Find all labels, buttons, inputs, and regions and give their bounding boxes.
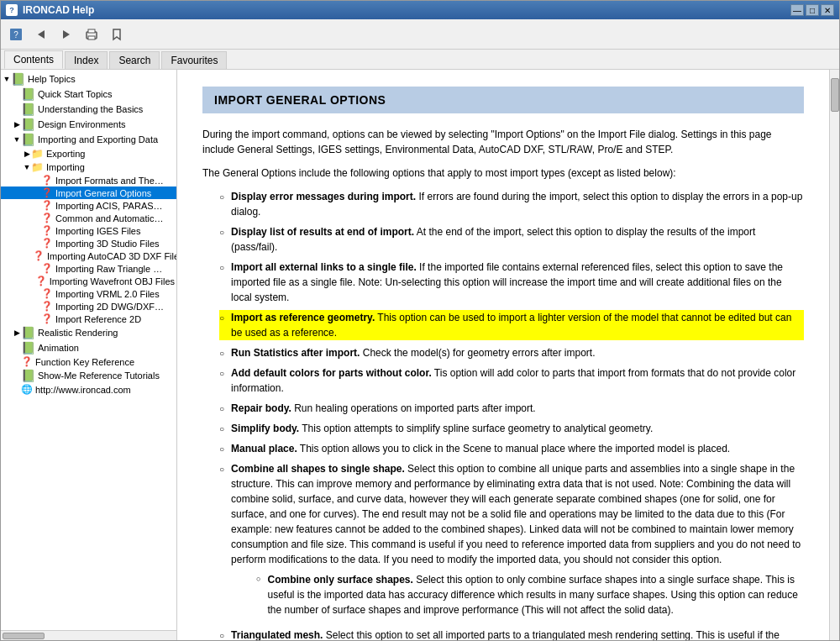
titlebar-controls: — □ ✕: [790, 4, 834, 16]
minimize-button[interactable]: —: [790, 4, 804, 16]
sidebar-item-importing-acis[interactable]: ❓ Importing ACIS, PARASOLID, STE...: [1, 199, 176, 212]
options-list: ○ Display error messages during import. …: [219, 189, 804, 640]
svg-rect-6: [88, 36, 95, 39]
page-icon: ❓: [41, 288, 53, 299]
sidebar-item-importing-3d-studio[interactable]: ❓ Importing 3D Studio Files: [1, 237, 176, 250]
maximize-button[interactable]: □: [806, 4, 819, 16]
sidebar-item-common-automatic[interactable]: ❓ Common and Automatic Import Opti...: [1, 212, 176, 224]
app-icon: ?: [6, 4, 18, 16]
sidebar-item-animation[interactable]: 📗 Animation: [1, 340, 176, 355]
home-icon: ?: [9, 28, 23, 41]
sidebar-item-exporting[interactable]: ▶ 📁 Exporting: [1, 147, 176, 160]
sidebar-item-show-me[interactable]: 📗 Show-Me Reference Tutorials: [1, 368, 176, 383]
term: Import as reference geometry.: [231, 312, 375, 323]
sidebar-item-importing-exporting[interactable]: ▼ 📗 Importing and Exporting Data: [1, 132, 176, 147]
sidebar-item-importing-wavefront[interactable]: ❓ Importing Wavefront OBJ Files: [1, 275, 176, 287]
tabbar: Contents Index Search Favourites: [1, 50, 839, 70]
page-icon: ❓: [41, 213, 53, 223]
term: Triangulated mesh.: [231, 629, 323, 640]
bookmark-icon: [110, 28, 123, 41]
svg-text:?: ?: [13, 30, 18, 39]
sidebar-item-importing-2d-dwg[interactable]: ❓ Importing 2D DWG/DXF/EB Files ...: [1, 300, 176, 313]
home-button[interactable]: ?: [4, 24, 28, 45]
sidebar-item-function-key[interactable]: ❓ Function Key Reference: [1, 355, 176, 368]
svg-marker-3: [63, 30, 70, 39]
tab-contents[interactable]: Contents: [4, 50, 63, 69]
bullet-icon: ○: [256, 574, 260, 586]
bullet-icon: ○: [219, 423, 224, 435]
term: Combine only surface shapes.: [267, 574, 412, 586]
sidebar: ▼ 📗 Help Topics 📗 Quick Start Topics 📗 U…: [1, 70, 177, 640]
page-icon: ❓: [41, 238, 53, 249]
book-icon: 📗: [21, 133, 35, 146]
page-title-bar: IMPORT GENERAL OPTIONS: [202, 87, 804, 113]
page-icon: ❓: [41, 301, 53, 312]
scrollbar-thumb-vertical[interactable]: [831, 78, 839, 112]
list-item-reference-geometry: ○ Import as reference geometry. This opt…: [219, 310, 804, 340]
expand-icon: ▼: [13, 135, 21, 144]
sidebar-item-importing-autocad[interactable]: ❓ Importing AutoCAD 3D DXF Files: [1, 250, 176, 262]
list-item-combine-shapes: ○ Combine all shapes to single shape. Se…: [219, 461, 804, 623]
print-button[interactable]: [80, 24, 103, 45]
sidebar-item-importing[interactable]: ▼ 📁 Importing: [1, 160, 176, 174]
bullet-icon: ○: [219, 191, 224, 203]
sidebar-item-understanding-basics[interactable]: 📗 Understanding the Basics: [1, 102, 176, 117]
sidebar-item-help-topics[interactable]: ▼ 📗 Help Topics: [1, 71, 176, 87]
scrollbar-thumb[interactable]: [3, 633, 45, 639]
book-icon: 📗: [21, 326, 35, 339]
sidebar-scrollbar[interactable]: [1, 630, 176, 640]
bullet-icon: ○: [219, 367, 224, 380]
expand-icon: ▶: [13, 328, 21, 337]
term: Combine all shapes to single shape.: [231, 463, 405, 475]
book-icon: 📗: [11, 72, 25, 86]
expand-icon: ▶: [13, 120, 21, 129]
back-button[interactable]: [29, 24, 53, 45]
bullet-icon: ○: [219, 347, 224, 360]
main-layout: ▼ 📗 Help Topics 📗 Quick Start Topics 📗 U…: [1, 70, 839, 640]
sidebar-item-import-reference-2d[interactable]: ❓ Import Reference 2D: [1, 313, 176, 325]
sidebar-item-realistic-rendering[interactable]: ▶ 📗 Realistic Rendering: [1, 325, 176, 340]
sidebar-item-import-formats[interactable]: ❓ Import Formats and Their Capabiliti...: [1, 174, 176, 187]
folder-icon: 📁: [31, 161, 44, 173]
bookmark-button[interactable]: [105, 24, 129, 45]
forward-button[interactable]: [55, 24, 78, 45]
page-icon: ❓: [41, 200, 53, 211]
content-scrollbar-vertical[interactable]: [829, 70, 839, 640]
page-icon: ❓: [41, 263, 53, 274]
sidebar-item-quick-start[interactable]: 📗 Quick Start Topics: [1, 87, 176, 102]
list-item-simplify-body: ○ Simplify body. This option attempts to…: [219, 421, 804, 436]
sidebar-item-design-environments[interactable]: ▶ 📗 Design Environments: [1, 117, 176, 132]
intro-paragraph-2: The General Options include the followin…: [202, 166, 804, 181]
sidebar-tree[interactable]: ▼ 📗 Help Topics 📗 Quick Start Topics 📗 U…: [1, 70, 176, 630]
sidebar-item-importing-raw[interactable]: ❓ Importing Raw Triangle and Stereo...: [1, 262, 176, 275]
sub-list-item-combine-surface: ○ Combine only surface shapes. Select th…: [256, 572, 804, 617]
page-icon: ❓: [21, 356, 33, 367]
sidebar-item-importing-vrml[interactable]: ❓ Importing VRML 2.0 Files: [1, 287, 176, 300]
bullet-icon: ○: [219, 463, 224, 475]
list-item-display-errors: ○ Display error messages during import. …: [219, 189, 804, 219]
svg-marker-2: [38, 30, 45, 39]
page-icon: ❓: [41, 175, 53, 186]
expand-icon: ▼: [3, 75, 11, 83]
term: Import all external links to a single fi…: [231, 261, 417, 273]
list-item-triangulated-mesh: ○ Triangulated mesh. Select this option …: [219, 628, 804, 640]
expand-icon: ▼: [23, 163, 31, 171]
sidebar-item-website[interactable]: 🌐 http://www.ironcad.com: [1, 383, 176, 396]
sidebar-item-importing-iges[interactable]: ❓ Importing IGES Files: [1, 224, 176, 237]
page-icon: ❓: [41, 313, 53, 324]
expand-icon: ▶: [23, 150, 31, 158]
book-icon: 📗: [21, 87, 35, 101]
tab-favourites[interactable]: Favourites: [161, 51, 227, 69]
page-icon: ❓: [33, 250, 45, 261]
bullet-icon: ○: [219, 312, 224, 324]
term: Simplify body.: [231, 423, 299, 434]
toolbar: ?: [1, 19, 839, 50]
close-button[interactable]: ✕: [821, 4, 834, 16]
tab-index[interactable]: Index: [65, 51, 108, 69]
book-icon: 📗: [21, 341, 35, 355]
titlebar-left: ? IRONCAD Help: [6, 4, 94, 16]
tab-search[interactable]: Search: [109, 51, 160, 69]
list-item-repair-body: ○ Repair body. Run healing operations on…: [219, 401, 804, 416]
sidebar-item-import-general-options[interactable]: ❓ Import General Options: [1, 187, 176, 199]
content-inner[interactable]: IMPORT GENERAL OPTIONS During the import…: [177, 70, 829, 640]
